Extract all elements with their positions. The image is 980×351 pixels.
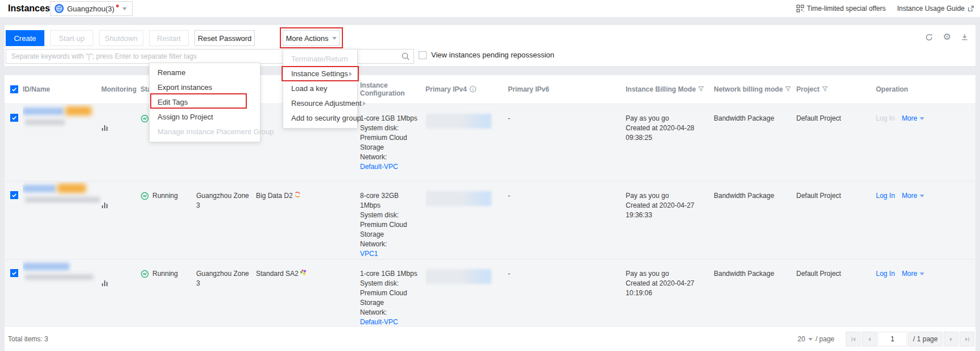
blurred-instance-name <box>25 119 65 125</box>
table-footer: Total items: 3 20 / page / 1 page <box>5 326 975 351</box>
offers-label: Time-limited special offers <box>807 5 886 13</box>
vpc-link[interactable]: Default-VPC <box>360 318 398 326</box>
top-bar: Instances Guangzhou(3) Time-limited spec… <box>0 0 980 17</box>
restart-button[interactable]: Restart <box>149 30 189 46</box>
reset-password-button[interactable]: Reset Password <box>195 30 255 46</box>
time-limited-offers-link[interactable]: Time-limited special offers <box>796 5 886 13</box>
instance-configuration: 1-core 1GB 1Mbps System disk: Premium Cl… <box>360 259 425 336</box>
download-icon[interactable] <box>961 33 969 41</box>
monitoring-chart-icon[interactable] <box>101 279 135 287</box>
total-items-label: Total items: 3 <box>8 327 48 351</box>
prev-page-button[interactable] <box>862 332 876 346</box>
chevron-down-icon <box>920 117 924 120</box>
col-header-instance-configuration: Instance Configuration <box>360 75 425 104</box>
instance-settings-submenu: Rename Export instances Edit Tags Assign… <box>149 63 260 142</box>
repossession-label: View instances pending repossession <box>431 51 555 59</box>
blurred-tag <box>65 106 92 115</box>
shutdown-button[interactable]: Shutdown <box>99 30 143 46</box>
network-billing-mode: Bandwidth Package <box>714 114 774 122</box>
menu-item-instance-settings[interactable]: Instance Settings <box>283 67 357 81</box>
chevron-down-icon <box>920 195 924 197</box>
blurred-instance-id <box>23 263 69 270</box>
filter-icon[interactable] <box>698 86 704 92</box>
checkbox-unchecked[interactable] <box>419 51 427 59</box>
more-actions-menu: Terminate/Return Instance Settings Load … <box>283 49 358 129</box>
first-page-button[interactable] <box>846 332 861 346</box>
billing-mode: Pay as you go Created at 2020-04-27 19:3… <box>626 181 714 259</box>
row-checkbox[interactable] <box>10 269 18 277</box>
running-status-icon <box>140 270 149 278</box>
log-in-link[interactable]: Log In <box>876 269 895 279</box>
reset-password-label: Reset Password <box>198 34 252 43</box>
guide-label: Instance Usage Guide <box>897 5 965 13</box>
blurred-tag <box>57 184 86 193</box>
filter-icon[interactable] <box>822 86 828 92</box>
page-number-input[interactable] <box>878 332 907 346</box>
blurred-instance-id <box>23 108 64 115</box>
last-page-button[interactable] <box>960 332 974 346</box>
menu-item-manage-placement-group[interactable]: Manage Instance Placement Group <box>150 125 260 139</box>
monitoring-chart-icon[interactable] <box>101 201 135 209</box>
row-checkbox[interactable] <box>10 191 18 199</box>
notification-dot <box>116 5 119 7</box>
col-header-instance-billing-mode: Instance Billing Mode <box>626 75 714 104</box>
menu-item-export-instances[interactable]: Export instances <box>150 80 260 95</box>
menu-item-rename[interactable]: Rename <box>150 65 260 80</box>
billing-mode: Pay as you go Created at 2020-04-27 10:1… <box>626 259 714 336</box>
next-page-button[interactable] <box>944 332 958 346</box>
menu-item-edit-tags[interactable]: Edit Tags <box>150 95 260 110</box>
row-more-link[interactable]: More <box>902 191 924 201</box>
vpc-link[interactable]: Default-VPC <box>360 163 398 171</box>
pagination: 20 / page / 1 page <box>797 332 974 346</box>
create-label: Create <box>14 34 36 43</box>
project-value: Default Project <box>796 192 841 200</box>
offers-icon <box>796 5 804 13</box>
blurred-ipv4 <box>425 191 491 206</box>
instance-configuration: 1-core 1GB 1Mbps System disk: Premium Cl… <box>360 104 425 181</box>
network-billing-mode: Bandwidth Package <box>714 192 774 200</box>
log-in-link[interactable]: Log In <box>876 191 895 201</box>
info-icon[interactable] <box>469 85 477 93</box>
row-more-link[interactable]: More <box>902 269 924 279</box>
page-size-selector[interactable]: 20 / page <box>797 335 834 343</box>
menu-item-add-to-security-group[interactable]: Add to security group <box>283 111 357 126</box>
instance-configuration: 8-core 32GB 1Mbps System disk: Premium C… <box>360 181 425 259</box>
vpc-link[interactable]: VPC1 <box>360 250 378 258</box>
instance-id-name[interactable] <box>23 181 101 259</box>
instance-id-name[interactable] <box>23 259 101 336</box>
refresh-icon[interactable] <box>925 33 933 42</box>
blurred-instance-id <box>23 185 56 192</box>
row-checkbox[interactable] <box>10 114 18 122</box>
chevron-down-icon <box>808 338 813 341</box>
log-in-link[interactable]: Log In <box>876 114 895 123</box>
toolbar-card: Create Start up Shutdown Restart Reset P… <box>5 25 975 66</box>
page-size-value: 20 <box>797 335 805 343</box>
per-page-label: / page <box>816 335 834 343</box>
select-all-checkbox[interactable] <box>10 85 18 93</box>
chevron-down-icon <box>920 272 924 275</box>
filter-icon[interactable] <box>785 86 791 92</box>
row-more-link[interactable]: More <box>902 114 924 123</box>
menu-item-load-a-key[interactable]: Load a key <box>283 81 357 96</box>
col-header-id-name[interactable]: ID/Name <box>23 75 101 104</box>
instance-usage-guide-link[interactable]: Instance Usage Guide <box>897 5 974 13</box>
view-repossession-checkbox[interactable]: View instances pending repossession <box>419 51 555 59</box>
menu-item-terminate-return[interactable]: Terminate/Return <box>283 52 357 67</box>
search-icon[interactable] <box>401 52 410 61</box>
running-status-icon <box>140 114 149 123</box>
more-actions-label: More Actions <box>286 34 328 43</box>
blurred-instance-name <box>25 197 100 203</box>
monitoring-chart-icon[interactable] <box>101 123 135 131</box>
blurred-ipv4 <box>425 269 491 284</box>
menu-item-assign-to-project[interactable]: Assign to Project <box>150 110 260 125</box>
create-button[interactable]: Create <box>6 30 44 46</box>
region-selector[interactable]: Guangzhou(3) <box>50 1 133 16</box>
instance-id-name[interactable] <box>23 104 101 181</box>
more-actions-button[interactable]: More Actions <box>283 30 340 46</box>
gear-icon[interactable]: ⚙ <box>943 32 951 42</box>
chevron-down-icon <box>122 7 127 10</box>
table-row: Running Guangzhou Zone 3 Standard SA2 1-… <box>5 259 975 336</box>
menu-item-resource-adjustment[interactable]: Resource Adjustment <box>283 96 357 111</box>
instance-type: Standard SA2 <box>256 269 299 279</box>
start-up-button[interactable]: Start up <box>50 30 93 46</box>
